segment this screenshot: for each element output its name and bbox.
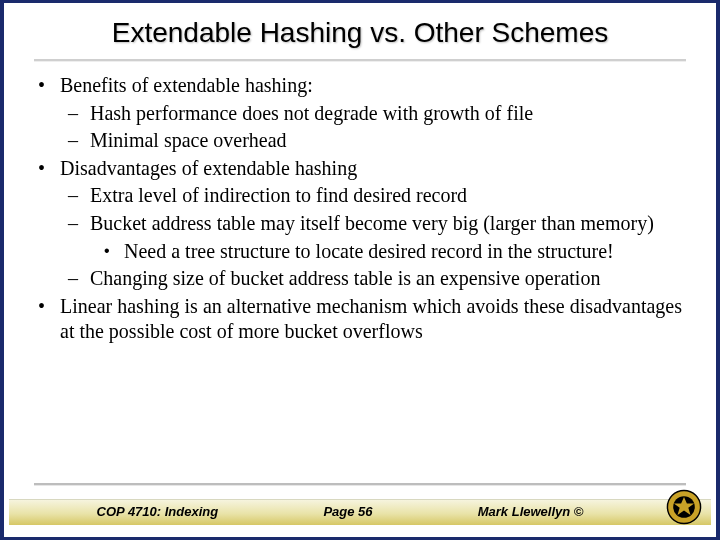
- bullet-text: Disadvantages of extendable hashing: [60, 156, 682, 182]
- bullet-text: Benefits of extendable hashing:: [60, 73, 682, 99]
- ucf-logo-icon: [666, 489, 702, 525]
- bullet-benefit-2: – Minimal space overhead: [68, 128, 682, 154]
- bullet-text: Changing size of bucket address table is…: [90, 266, 682, 292]
- footer-left: COP 4710: Indexing: [97, 504, 219, 519]
- footer-right: Mark Llewellyn ©: [478, 504, 584, 519]
- bullet-marker: •: [38, 73, 60, 99]
- bullet-dis-2a: • Need a tree structure to locate desire…: [104, 239, 682, 265]
- bullet-text: Need a tree structure to locate desired …: [124, 239, 682, 265]
- slide-title: Extendable Hashing vs. Other Schemes: [44, 17, 676, 49]
- footer-center: Page 56: [323, 504, 372, 519]
- bullet-marker: •: [104, 239, 124, 265]
- dash-marker: –: [68, 211, 90, 237]
- bullet-linear: • Linear hashing is an alternative mecha…: [38, 294, 682, 345]
- footer-text-row: COP 4710: Indexing Page 56 Mark Llewelly…: [4, 504, 716, 519]
- bullet-dis-2: – Bucket address table may itself become…: [68, 211, 682, 237]
- bullet-text: Bucket address table may itself become v…: [90, 211, 682, 237]
- dash-marker: –: [68, 101, 90, 127]
- bullet-dis-1: – Extra level of indirection to find des…: [68, 183, 682, 209]
- bullet-marker: •: [38, 156, 60, 182]
- bullet-benefit-1: – Hash performance does not degrade with…: [68, 101, 682, 127]
- footer-divider: [34, 483, 686, 485]
- dash-marker: –: [68, 128, 90, 154]
- bullet-text: Minimal space overhead: [90, 128, 682, 154]
- slide: Extendable Hashing vs. Other Schemes • B…: [0, 0, 720, 540]
- bullet-text: Hash performance does not degrade with g…: [90, 101, 682, 127]
- dash-marker: –: [68, 183, 90, 209]
- dash-marker: –: [68, 266, 90, 292]
- slide-body: • Benefits of extendable hashing: – Hash…: [4, 61, 716, 537]
- title-region: Extendable Hashing vs. Other Schemes: [4, 3, 716, 55]
- bullet-dis-3: – Changing size of bucket address table …: [68, 266, 682, 292]
- bullet-text: Linear hashing is an alternative mechani…: [60, 294, 682, 345]
- bullet-marker: •: [38, 294, 60, 345]
- footer: COP 4710: Indexing Page 56 Mark Llewelly…: [4, 483, 716, 529]
- bullet-text: Extra level of indirection to find desir…: [90, 183, 682, 209]
- bullet-benefits: • Benefits of extendable hashing:: [38, 73, 682, 99]
- bullet-disadvantages: • Disadvantages of extendable hashing: [38, 156, 682, 182]
